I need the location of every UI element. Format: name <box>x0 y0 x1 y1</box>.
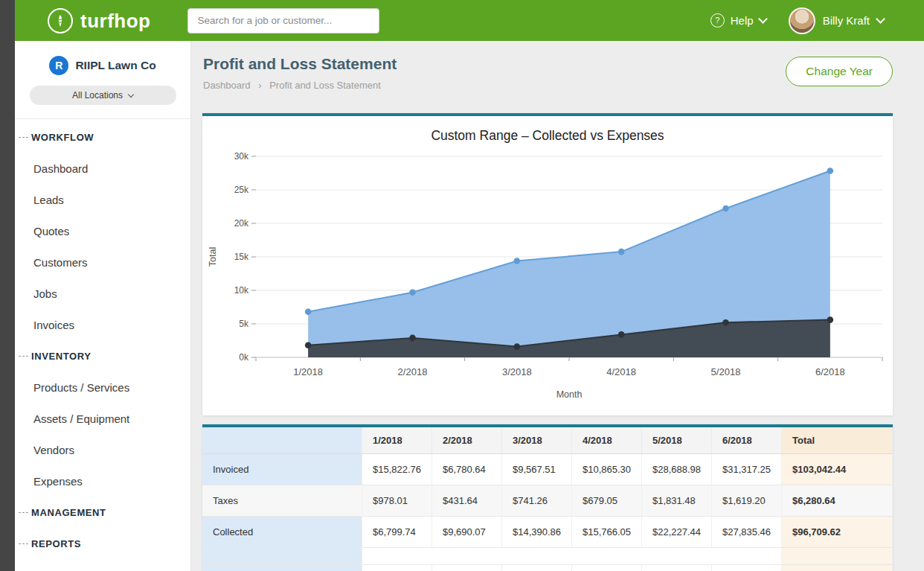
row-total: $1,401.23 <box>782 565 893 571</box>
table-cell: $6,799.74 <box>362 517 432 548</box>
spacer-cell <box>202 548 362 565</box>
table-cell: $978.01 <box>362 485 432 517</box>
tree-dash-icon <box>19 356 28 357</box>
sidebar-item-invoices[interactable]: Invoices <box>15 309 190 340</box>
spacer-cell <box>362 548 782 565</box>
breadcrumb-dashboard[interactable]: Dashboard <box>203 80 251 91</box>
breadcrumb-separator: › <box>258 80 261 91</box>
table-cell: $27,835.46 <box>712 517 782 548</box>
table-cell: $15,766.05 <box>572 517 642 548</box>
help-menu[interactable]: ? Help <box>710 13 766 28</box>
topbar: turfhop ? Help Billy Kraft <box>15 0 924 41</box>
row-label: Collected <box>202 517 362 548</box>
table-card: 1/20182/20183/20184/20185/20186/2018Tota… <box>202 424 893 571</box>
sidebar-item-quotes[interactable]: Quotes <box>15 215 190 246</box>
table-cell: $9,567.51 <box>502 454 572 485</box>
nav-section-label: MANAGEMENT <box>31 507 106 518</box>
table-cell: $431.64 <box>432 485 502 517</box>
table-cell: $0.00 <box>642 565 712 571</box>
svg-text:4/2018: 4/2018 <box>606 366 636 377</box>
help-icon: ? <box>710 13 725 28</box>
company-badge-icon: R <box>49 56 68 75</box>
pl-table: 1/20182/20183/20184/20185/20186/2018Tota… <box>202 427 893 571</box>
change-year-button[interactable]: Change Year <box>786 57 893 86</box>
company-row[interactable]: R RIIPL Lawn Co <box>15 41 190 75</box>
svg-text:30k: 30k <box>234 151 249 162</box>
nav-section-workflow: WORKFLOW <box>15 121 190 153</box>
user-name: Billy Kraft <box>823 14 870 27</box>
turfhop-logo[interactable]: turfhop <box>48 8 150 34</box>
table-cell: $0.00 <box>362 565 432 571</box>
table-cell: $679.05 <box>572 485 642 517</box>
chevron-down-icon <box>876 14 885 24</box>
table-row-invoiced: Invoiced$15,822.76$6,780.64$9,567.51$10,… <box>202 454 893 485</box>
table-cell: $15,822.76 <box>362 454 432 485</box>
chevron-down-icon <box>128 92 134 98</box>
table-body: Invoiced$15,822.76$6,780.64$9,567.51$10,… <box>202 454 893 571</box>
hop-leaf-icon <box>48 8 73 34</box>
nav-section-label: REPORTS <box>31 538 81 549</box>
svg-text:Total: Total <box>208 247 218 267</box>
table-cell: $6,780.64 <box>432 454 502 485</box>
sidebar-item-jobs[interactable]: Jobs <box>15 278 190 309</box>
col-header-3-2018: 3/2018 <box>502 427 572 454</box>
tree-dash-icon <box>19 512 28 513</box>
row-label: Taxes <box>202 485 362 517</box>
breadcrumb: Dashboard › Profit and Loss Statement <box>203 80 397 91</box>
col-header-4-2018: 4/2018 <box>572 427 642 454</box>
table-cell: $31,317.25 <box>712 454 782 485</box>
page-title: Profit and Loss Statement <box>203 55 397 73</box>
sidebar-item-vendors[interactable]: Vendors <box>15 434 190 465</box>
nav-section-management: MANAGEMENT <box>15 497 190 528</box>
svg-text:10k: 10k <box>234 285 249 296</box>
spacer-cell <box>782 548 893 565</box>
locations-label: All Locations <box>72 90 123 101</box>
table-head: 1/20182/20183/20184/20185/20186/2018Tota… <box>202 427 893 454</box>
table-row-collected: Collected$6,799.74$9,690.07$14,390.86$15… <box>202 517 893 548</box>
topbar-right: ? Help Billy Kraft <box>710 7 884 34</box>
sidebar-item-assets-equipment[interactable]: Assets / Equipment <box>15 403 190 434</box>
table-cell: $28,688.98 <box>642 454 712 485</box>
sidebar-item-products-services[interactable]: Products / Services <box>15 371 190 403</box>
col-header-5-2018: 5/2018 <box>642 427 712 454</box>
sidebar-item-customers[interactable]: Customers <box>15 246 190 278</box>
table-row-taxes: Taxes$978.01$431.64$741.26$679.05$1,831.… <box>202 485 893 517</box>
page-header: Profit and Loss Statement Dashboard › Pr… <box>191 41 924 91</box>
sidebar-item-leads[interactable]: Leads <box>15 184 190 215</box>
table-cell: $0.00 <box>502 565 572 571</box>
svg-text:Month: Month <box>556 389 583 400</box>
sidebar-item-expenses[interactable]: Expenses <box>15 465 190 497</box>
col-header-1-2018: 1/2018 <box>362 427 432 454</box>
chart-wrap: 0k5k10k15k20k25k30k1/20182/20183/20184/2… <box>202 150 893 406</box>
svg-text:0k: 0k <box>239 352 249 363</box>
brand-name: turfhop <box>80 11 150 31</box>
col-header-total: Total <box>782 427 893 454</box>
nav-section-inventory: INVENTORY <box>15 340 190 371</box>
company-name: RIIPL Lawn Co <box>75 59 155 72</box>
table-cell: $842.55 <box>432 565 502 571</box>
table-cell: $14,390.86 <box>502 517 572 548</box>
nav-section-super-admin: SUPER ADMIN <box>15 559 190 571</box>
user-menu[interactable]: Billy Kraft <box>789 7 884 34</box>
tree-dash-icon <box>19 543 28 544</box>
app-window: turfhop ? Help Billy Kraft R RIIPL Lawn … <box>15 0 924 571</box>
col-header-2-2018: 2/2018 <box>432 427 502 454</box>
tree-dash-icon <box>19 137 28 138</box>
table-cell: $0.00 <box>712 565 782 571</box>
table-spacer-row <box>202 548 893 565</box>
avatar <box>789 7 815 34</box>
table-cell: $9,690.07 <box>432 517 502 548</box>
table-cell: $1,619.20 <box>712 485 782 517</box>
help-label: Help <box>731 14 754 27</box>
breadcrumb-current: Profit and Loss Statement <box>269 80 381 91</box>
locations-dropdown[interactable]: All Locations <box>30 86 176 105</box>
sidebar-item-dashboard[interactable]: Dashboard <box>15 153 190 184</box>
nav-section-label: WORKFLOW <box>31 132 94 143</box>
svg-text:2/2018: 2/2018 <box>398 366 428 377</box>
svg-text:20k: 20k <box>234 218 249 229</box>
row-label: Contract Labor <box>202 565 362 571</box>
svg-text:5k: 5k <box>239 319 249 329</box>
table-row-contract-labor: Contract Labor$0.00$842.55$0.00$558.68$0… <box>202 565 893 571</box>
main-content: Profit and Loss Statement Dashboard › Pr… <box>191 41 924 571</box>
search-input[interactable] <box>187 8 379 34</box>
